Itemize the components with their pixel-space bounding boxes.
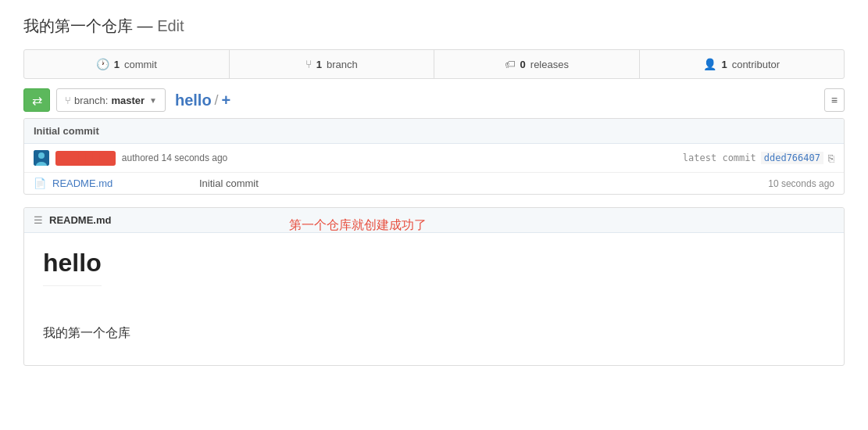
commits-icon: 🕐 [96,58,109,70]
file-row: 📄 README.md Initial commit 10 seconds ag… [24,173,844,194]
branch-label: branch [327,59,358,70]
commit-meta-row: ████ authored 14 seconds ago latest comm… [24,144,844,173]
releases-count: 0 [520,59,526,70]
readme-content: hello 第一个仓库就创建成功了 我的第一个仓库 [24,233,844,365]
toolbar: ⇄ ⑂ branch: master ▼ hello / + ≡ [23,88,845,112]
readme-filename: README.md [49,214,111,226]
readme-section: ☰ README.md hello 第一个仓库就创建成功了 我的第一个仓库 [23,207,845,366]
file-time: 10 seconds ago [768,178,834,189]
commit-author-area: ████ authored 14 seconds ago [34,150,227,166]
contributors-count: 1 [721,59,727,70]
add-file-link[interactable]: + [222,91,231,109]
author-name-redacted: ████ [55,151,116,166]
author-time: authored 14 seconds ago [122,152,227,163]
readme-heading: hello [43,249,102,286]
stat-commits[interactable]: 🕐 1 commit [24,50,230,78]
commit-hash[interactable]: dded766407 [761,152,823,164]
readme-file-link[interactable]: README.md [52,177,193,189]
list-view-button[interactable]: ≡ [824,88,845,112]
page-title: 我的第一个仓库 — Edit [23,16,184,37]
contributors-label: contributor [732,59,780,70]
avatar [34,150,49,166]
edit-link[interactable]: Edit [157,17,184,34]
breadcrumb-area: hello / + [175,91,818,109]
readme-caption: 第一个仓库就创建成功了 [289,217,427,234]
commit-header-bar: Initial commit [24,119,844,144]
commits-label: commit [124,59,157,70]
page-header: 我的第一个仓库 — Edit [23,16,845,37]
stat-releases[interactable]: 🏷 0 releases [434,50,640,78]
releases-label: releases [530,59,569,70]
readme-list-icon: ☰ [34,214,43,226]
repo-name-link[interactable]: hello [175,91,212,109]
copy-commit-icon[interactable]: ⎘ [828,152,834,164]
stat-contributors[interactable]: 👤 1 contributor [640,50,845,78]
file-doc-icon: 📄 [34,177,46,189]
sync-icon: ⇄ [32,93,42,108]
readme-body: 我的第一个仓库 [43,325,825,342]
stat-branch[interactable]: ⑂ 1 branch [230,50,435,78]
latest-commit-info: latest commit dded766407 ⎘ [683,152,834,164]
readme-header: ☰ README.md [24,208,844,233]
commits-count: 1 [114,59,120,70]
list-view-icon: ≡ [831,94,838,106]
breadcrumb-separator: / [215,92,219,109]
branch-dropdown[interactable]: ⑂ branch: master ▼ [56,88,166,112]
releases-icon: 🏷 [505,58,516,70]
branch-tree-icon: ⑂ [65,95,71,106]
branch-name-label: master [111,95,145,106]
sync-button[interactable]: ⇄ [23,88,50,112]
stats-bar: 🕐 1 commit ⑂ 1 branch 🏷 0 releases 👤 1 c… [23,49,845,79]
latest-commit-label: latest commit [683,152,756,163]
branch-icon: ⑂ [305,58,312,70]
contributors-icon: 👤 [703,58,716,70]
branch-prefix-label: branch: [74,95,108,106]
commit-message: Initial commit [34,125,99,137]
branch-count: 1 [316,59,322,70]
repo-file-box: Initial commit ████ authored 14 seconds … [23,118,845,195]
svg-point-1 [38,152,45,159]
file-commit-msg: Initial commit [199,177,762,189]
chevron-down-icon: ▼ [149,96,157,105]
